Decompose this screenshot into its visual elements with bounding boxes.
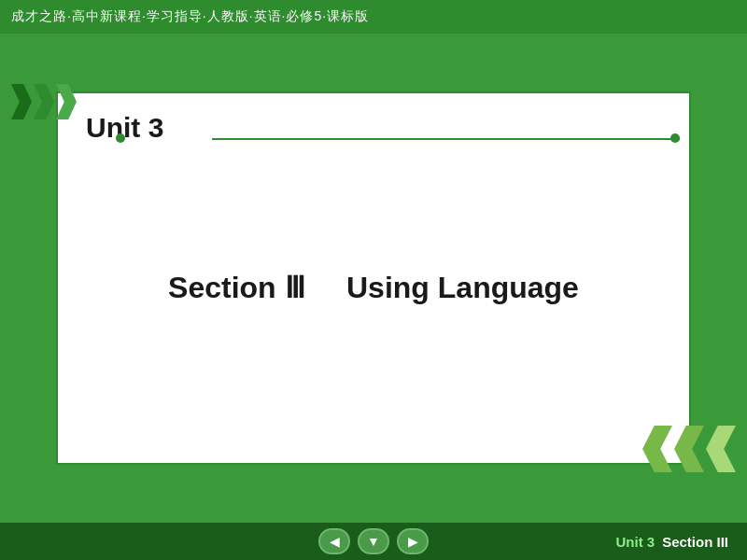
unit-chevrons — [11, 84, 77, 119]
footer-navigation: ◀ ▼ ▶ — [318, 528, 429, 554]
next-button[interactable]: ▶ — [397, 528, 429, 554]
top-left-decoration — [11, 84, 77, 119]
chevron-icon-2 — [34, 84, 54, 119]
chevron-icon-3 — [56, 84, 77, 119]
footer-section-label: Section III — [662, 534, 728, 550]
chevron-right-icon-1 — [642, 426, 672, 472]
header-title: 成才之路·高中新课程·学习指导·人教版·英语·必修5·课标版 — [11, 8, 369, 25]
chevron-right-icon-3 — [706, 426, 736, 472]
line-dot-right — [670, 133, 680, 143]
section-label: Section Ⅲ Using Language — [168, 270, 579, 305]
line-dot-left — [116, 133, 125, 143]
chevron-icon-1 — [11, 84, 32, 119]
header-bar: 成才之路·高中新课程·学习指导·人教版·英语·必修5·课标版 — [0, 0, 747, 34]
chevron-right-icon-2 — [674, 426, 704, 472]
home-button[interactable]: ▼ — [358, 528, 389, 554]
unit-divider-line — [212, 138, 680, 140]
footer-unit-label: Unit 3 — [615, 534, 655, 550]
main-content: Unit 3 Section Ⅲ Using Language — [0, 34, 747, 523]
prev-button[interactable]: ◀ — [318, 528, 350, 554]
bottom-chevrons — [642, 426, 736, 472]
footer-bar: ◀ ▼ ▶ Unit 3 Section III — [0, 523, 747, 560]
content-card: Unit 3 Section Ⅲ Using Language — [56, 91, 691, 465]
footer-info: Unit 3 Section III — [615, 534, 728, 550]
bottom-right-decoration — [642, 426, 736, 472]
